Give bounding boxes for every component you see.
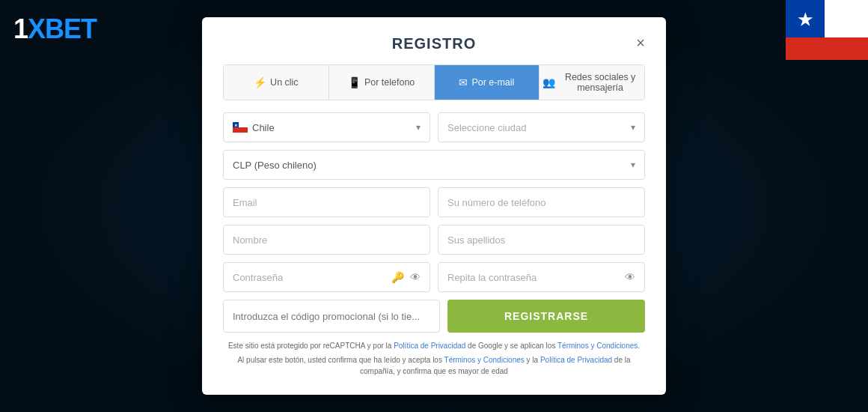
confirm-password-icons: 👁 xyxy=(625,271,635,283)
tab-un-clic[interactable]: ⚡ Un clic xyxy=(224,65,329,100)
city-select[interactable]: Seleccione ciudad ▾ xyxy=(438,112,645,142)
flag-corner: ★ xyxy=(786,0,868,60)
tab-redes-sociales-label: Redes sociales y mensajería xyxy=(559,72,641,93)
currency-row: CLP (Peso chileno) ▾ xyxy=(223,150,645,180)
eye-icon[interactable]: 👁 xyxy=(410,271,421,283)
terms-link-1[interactable]: Términos y Condiciones xyxy=(557,342,638,350)
tab-por-email-label: Por e-mail xyxy=(471,77,514,88)
close-button[interactable]: × xyxy=(636,35,645,50)
logo-text-bet: BET xyxy=(45,13,97,44)
phone-icon: 📱 xyxy=(348,76,361,88)
country-value: ★ Chile xyxy=(233,122,275,133)
legal-pre-2: Al pulsar este botón, usted confirma que… xyxy=(237,356,444,364)
currency-chevron-icon: ▾ xyxy=(631,160,635,170)
legal-mid-1: de Google y se aplican los xyxy=(465,342,557,350)
confirm-password-field[interactable]: Repita la contraseña 👁 xyxy=(438,262,645,292)
legal-mid-2: y la xyxy=(525,356,540,364)
email-field[interactable]: Email xyxy=(223,187,430,217)
password-icons: 🔑 👁 xyxy=(391,271,421,283)
password-row: Contraseña 🔑 👁 Repita la contraseña 👁 xyxy=(223,262,645,292)
confirm-password-placeholder: Repita la contraseña xyxy=(447,272,537,283)
name-surname-row: Nombre Sus apellidos xyxy=(223,225,645,255)
privacy-policy-link-2[interactable]: Política de Privacidad xyxy=(540,356,612,364)
phone-field[interactable]: Su número de teléfono xyxy=(438,187,645,217)
currency-select[interactable]: CLP (Peso chileno) ▾ xyxy=(223,150,645,180)
logo-text-1: 1 xyxy=(13,13,28,44)
legal-line-1: Este sitio está protegido por reCAPTCHA … xyxy=(223,340,645,351)
legal-pre-1: Este sitio está protegido por reCAPTCHA … xyxy=(228,342,394,350)
tab-por-telefono-label: Por telefono xyxy=(364,77,415,88)
promo-input[interactable] xyxy=(223,300,440,333)
promo-register-row: REGISTRARSE xyxy=(223,300,645,333)
lightning-icon: ⚡ xyxy=(254,76,266,88)
tab-redes-sociales[interactable]: 👥 Redes sociales y mensajería xyxy=(540,65,644,100)
name-placeholder: Nombre xyxy=(233,234,267,246)
modal-header: REGISTRO × xyxy=(223,35,645,52)
tab-por-email[interactable]: ✉ Por e-mail xyxy=(435,65,540,100)
email-phone-row: Email Su número de teléfono xyxy=(223,187,645,217)
legal-post-1: . xyxy=(638,342,640,350)
country-city-row: ★ Chile ▾ Seleccione ciudad ▾ xyxy=(223,112,645,142)
country-chevron-icon: ▾ xyxy=(416,122,421,133)
privacy-policy-link-1[interactable]: Política de Privacidad xyxy=(394,342,465,350)
register-button[interactable]: REGISTRARSE xyxy=(447,300,645,333)
tab-por-telefono[interactable]: 📱 Por telefono xyxy=(329,65,435,100)
svg-text:★: ★ xyxy=(798,10,813,29)
surname-field[interactable]: Sus apellidos xyxy=(438,225,645,255)
registration-tabs: ⚡ Un clic 📱 Por telefono ✉ Por e-mail 👥 … xyxy=(223,64,645,100)
phone-placeholder: Su número de teléfono xyxy=(447,197,546,208)
currency-label: CLP (Peso chileno) xyxy=(233,160,317,171)
modal-title: REGISTRO xyxy=(392,35,476,52)
name-field[interactable]: Nombre xyxy=(223,225,430,255)
svg-rect-1 xyxy=(786,37,868,60)
password-placeholder: Contraseña xyxy=(233,272,283,283)
city-placeholder: Seleccione ciudad xyxy=(447,122,527,133)
svg-rect-6 xyxy=(233,127,248,133)
email-placeholder: Email xyxy=(233,197,257,208)
registration-modal: REGISTRO × ⚡ Un clic 📱 Por telefono ✉ Po… xyxy=(202,17,666,395)
legal-text: Este sitio está protegido por reCAPTCHA … xyxy=(223,340,645,377)
country-select[interactable]: ★ Chile ▾ xyxy=(223,112,430,142)
key-icon: 🔑 xyxy=(391,271,404,283)
city-chevron-icon: ▾ xyxy=(631,122,635,133)
country-label: Chile xyxy=(252,122,275,133)
terms-link-2[interactable]: Términos y Condiciones xyxy=(444,356,525,364)
legal-line-2: Al pulsar este botón, usted confirma que… xyxy=(223,354,645,377)
logo-text-x: X xyxy=(28,13,45,44)
surname-placeholder: Sus apellidos xyxy=(447,234,505,246)
chile-flag-mini: ★ xyxy=(233,122,248,133)
eye-slash-icon[interactable]: 👁 xyxy=(625,271,635,283)
social-icon: 👥 xyxy=(542,76,555,88)
password-field[interactable]: Contraseña 🔑 👁 xyxy=(223,262,430,292)
tab-un-clic-label: Un clic xyxy=(270,77,299,88)
brand-logo: 1XBET xyxy=(13,13,97,45)
email-icon: ✉ xyxy=(459,76,468,88)
